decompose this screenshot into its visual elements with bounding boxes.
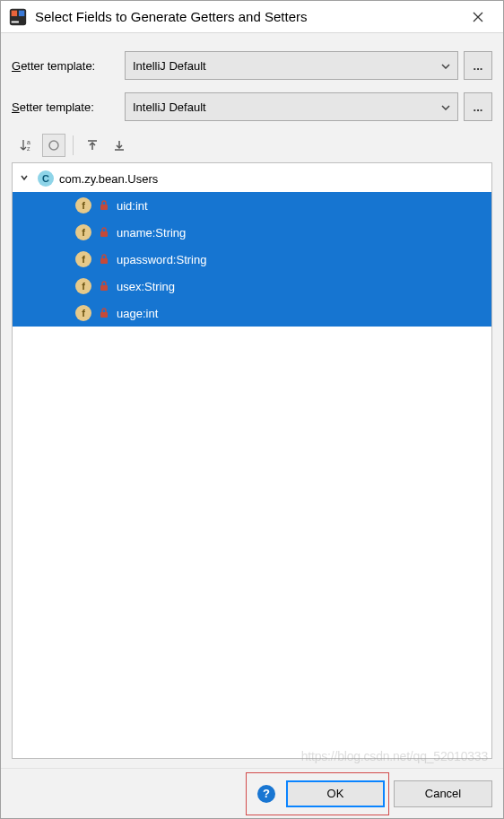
ok-button[interactable]: OK — [286, 780, 385, 807]
field-icon: f — [75, 278, 91, 294]
dialog-window: Select Fields to Generate Getters and Se… — [0, 0, 504, 819]
watermark-text: https://blog.csdn.net/qq_52010333 — [301, 749, 488, 763]
svg-rect-10 — [100, 285, 108, 291]
tree-field-node[interactable]: fuid:int — [13, 192, 491, 219]
lock-icon — [99, 281, 109, 292]
svg-rect-9 — [100, 258, 108, 264]
chevron-down-icon — [441, 101, 450, 112]
tree-field-node[interactable]: fusex:String — [13, 273, 491, 300]
sort-alpha-button[interactable]: a z — [15, 134, 39, 157]
svg-rect-2 — [12, 21, 19, 22]
field-icon: f — [75, 251, 91, 267]
svg-text:z: z — [27, 145, 30, 152]
collapse-all-button[interactable] — [108, 134, 131, 157]
field-label: uname:String — [117, 226, 186, 240]
lock-icon — [99, 227, 109, 238]
setter-template-browse-button[interactable]: ... — [464, 92, 492, 121]
dialog-content: Getter template: IntelliJ Default ... Se… — [1, 33, 503, 768]
toolbar-divider — [73, 135, 74, 155]
field-label: usex:String — [117, 280, 175, 293]
cancel-button[interactable]: Cancel — [394, 780, 492, 807]
fields-tree[interactable]: C com.zy.bean.Users fuid:intfuname:Strin… — [12, 162, 492, 759]
svg-rect-11 — [100, 312, 108, 318]
tree-class-node[interactable]: C com.zy.bean.Users — [13, 165, 491, 192]
getter-template-browse-button[interactable]: ... — [464, 51, 492, 80]
tree-field-node[interactable]: fuage:int — [13, 300, 491, 327]
getter-template-row: Getter template: IntelliJ Default ... — [12, 51, 492, 80]
chevron-down-icon — [441, 60, 450, 71]
show-classes-button[interactable] — [42, 134, 65, 157]
toolbar: a z — [12, 134, 492, 162]
close-icon[interactable] — [460, 4, 496, 30]
getter-template-value: IntelliJ Default — [133, 59, 206, 73]
lock-icon — [99, 308, 109, 318]
app-icon — [8, 7, 28, 27]
help-icon[interactable]: ? — [257, 785, 275, 803]
getter-template-label: Getter template: — [12, 59, 119, 73]
field-label: upassword:String — [117, 253, 206, 266]
getter-template-combo[interactable]: IntelliJ Default — [125, 51, 458, 80]
lock-icon — [99, 200, 109, 211]
tree-field-node[interactable]: fupassword:String — [13, 246, 491, 273]
setter-template-label: Setter template: — [12, 100, 119, 114]
field-icon: f — [75, 224, 91, 240]
svg-text:a: a — [27, 139, 30, 145]
dialog-title: Select Fields to Generate Getters and Se… — [35, 9, 460, 24]
svg-point-6 — [49, 141, 58, 150]
field-icon: f — [75, 305, 91, 321]
svg-rect-1 — [12, 10, 17, 15]
class-icon: C — [38, 170, 54, 187]
lock-icon — [99, 254, 109, 265]
svg-rect-8 — [100, 231, 108, 237]
svg-rect-7 — [100, 205, 108, 210]
class-name-label: com.zy.bean.Users — [59, 172, 158, 186]
dialog-footer: ? OK Cancel — [1, 768, 503, 818]
svg-rect-3 — [19, 10, 24, 15]
expand-all-button[interactable] — [81, 134, 104, 157]
field-label: uage:int — [117, 307, 158, 320]
setter-template-combo[interactable]: IntelliJ Default — [125, 92, 458, 121]
field-icon: f — [75, 197, 91, 213]
field-label: uid:int — [117, 199, 148, 213]
titlebar: Select Fields to Generate Getters and Se… — [1, 1, 503, 33]
setter-template-row: Setter template: IntelliJ Default ... — [12, 92, 492, 121]
chevron-down-icon[interactable] — [20, 173, 32, 184]
setter-template-value: IntelliJ Default — [133, 100, 206, 114]
tree-field-node[interactable]: funame:String — [13, 219, 491, 246]
